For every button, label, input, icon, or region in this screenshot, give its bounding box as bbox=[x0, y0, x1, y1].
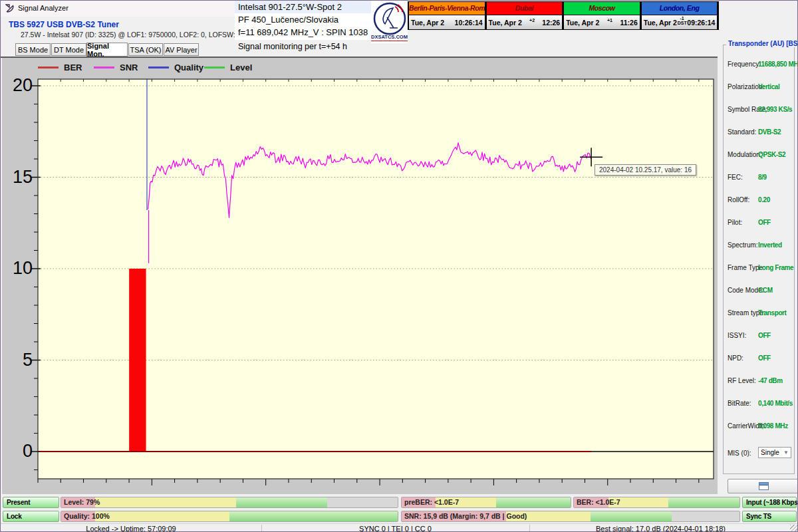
best-signal-status: Best signal: 17,0 dB (2024-04-01 18:18) bbox=[529, 524, 792, 532]
clock-utc-offset: -1DST bbox=[677, 16, 687, 25]
tab-av-player[interactable]: AV Player bbox=[164, 43, 199, 56]
transponder-row-value: Inverted bbox=[758, 241, 782, 249]
meter-segment-green bbox=[668, 497, 739, 507]
transponder-groupbox: Transponder (AU) [BS] Frequency:11688,85… bbox=[723, 45, 795, 474]
lock-badge: Lock bbox=[3, 511, 59, 522]
clock-city: Moscow bbox=[564, 2, 640, 15]
uptime-status: Locked -> Uptime: 57:09:09 bbox=[1, 524, 261, 532]
transponder-row-value: 82,993 KS/s bbox=[758, 106, 792, 113]
transponder-row-value: Vertical bbox=[758, 83, 779, 90]
clock-city: Berlin-Paris-Vienna-Roma bbox=[409, 2, 485, 15]
transponder-row-value: OFF bbox=[758, 219, 771, 226]
clock-date: Tue, Apr 2 bbox=[566, 19, 599, 27]
transponder-row-value: 0,140 Mbit/s bbox=[758, 400, 793, 407]
meter-segment-gray bbox=[672, 511, 739, 521]
clock-city: London, Eng bbox=[642, 2, 718, 15]
mis-value: Single bbox=[761, 449, 779, 456]
meter-label: Quality: 100% bbox=[64, 512, 110, 520]
transponder-row-label: Pilot: bbox=[728, 219, 742, 226]
transponder-row-label: RollOff: bbox=[728, 196, 749, 203]
present-badge: Present bbox=[3, 497, 59, 508]
meter-segment-green bbox=[496, 497, 571, 507]
satellite-name: Intelsat 901-27.5°W-Spot 2 bbox=[235, 1, 371, 13]
meter-label: SNR: 15,9 dB (Margin: 9,7 dB | Good) bbox=[404, 512, 527, 520]
transponder-row-value: -47 dBm bbox=[758, 377, 783, 384]
transponder-row-value: 0.20 bbox=[758, 196, 770, 203]
meter-segment-green bbox=[229, 511, 398, 521]
transponder-row-label: FEC: bbox=[728, 174, 743, 181]
clock-london-eng: London, EngTue, Apr 2-1DST09:26:14 bbox=[640, 1, 718, 30]
clock-utc-offset: +2 bbox=[522, 18, 543, 23]
clock-moscow: MoscowTue, Apr 2+111:26 bbox=[563, 1, 640, 30]
window-title: Signal Analyzer bbox=[18, 4, 68, 12]
meter-segment-green bbox=[236, 497, 327, 507]
meter-segment-yellow bbox=[95, 497, 237, 507]
status-bar: Locked -> Uptime: 57:09:09 SYNC 0 | TEI … bbox=[1, 523, 798, 532]
tab-signal-mon[interactable]: Signal Mon. bbox=[86, 43, 128, 57]
ber-meter: BER: <1.0E-7 bbox=[573, 497, 740, 508]
title-bar: Signal Analyzer bbox=[1, 1, 235, 17]
transponder-row-label: Modulation: bbox=[728, 151, 762, 158]
clock-time-row: Tue, Apr 2-1DST09:26:14 bbox=[642, 15, 718, 29]
preber-meter: preBER: <1.0E-7 bbox=[401, 497, 571, 508]
tab-bs-mode[interactable]: BS Mode bbox=[15, 43, 51, 56]
transponder-row-value: OFF bbox=[758, 354, 771, 362]
satellite-panel: Intelsat 901-27.5°W-Spot 2 PF 450_Lučene… bbox=[235, 1, 371, 40]
clock-utc-offset: +1 bbox=[599, 18, 620, 23]
transponder-row-label: Frequency: bbox=[728, 61, 761, 68]
clock-time-row: Tue, Apr 2+212:26 bbox=[487, 15, 563, 29]
clock-time: 10:26:14 bbox=[455, 19, 483, 27]
meter-segment-yellow bbox=[95, 511, 229, 521]
transponder-row-label: Standard: bbox=[728, 128, 756, 136]
meter-segment-green bbox=[591, 511, 672, 521]
clock-time: 09:26:14 bbox=[687, 19, 715, 27]
tab-dt-mode[interactable]: DT Mode bbox=[51, 43, 86, 56]
tab-tsa[interactable]: TSA (OK) bbox=[128, 43, 163, 56]
meter-label: Level: 79% bbox=[64, 498, 100, 506]
meter-label: preBER: <1.0E-7 bbox=[404, 498, 459, 506]
level-meter: Level: 79% bbox=[61, 497, 398, 508]
clock-date: Tue, Apr 2 bbox=[411, 19, 444, 27]
satellite-dish-icon bbox=[372, 1, 407, 36]
clock-berlin-paris-vienna-roma: Berlin-Paris-Vienna-RomaTue, Apr 210:26:… bbox=[408, 1, 485, 30]
signal-monitoring-plot[interactable] bbox=[2, 58, 718, 494]
clock-city: Dubai bbox=[487, 2, 563, 15]
outage-bar bbox=[129, 269, 146, 452]
sync-ts-badge: Sync TS bbox=[742, 511, 797, 522]
clock-date: Tue, Apr 2 bbox=[489, 19, 522, 27]
transponder-row-label: RF Level: bbox=[728, 377, 756, 384]
transponder-row-value: Transport bbox=[758, 309, 787, 317]
resize-grip[interactable] bbox=[790, 525, 798, 532]
transponder-row-value: 11688,850 MHz bbox=[758, 61, 798, 68]
transponder-title: Transponder (AU) [BS] bbox=[726, 40, 798, 47]
dxsatcs-logo-text: DXSATCS.COM bbox=[371, 34, 408, 41]
meter-segment-gray bbox=[327, 497, 398, 507]
clock-time: 11:26 bbox=[620, 19, 638, 27]
transponder-row-value: Long Frame bbox=[758, 264, 793, 271]
quality-meter: Quality: 100% bbox=[61, 511, 398, 522]
chart-tool-button[interactable] bbox=[728, 479, 798, 493]
clock-date: Tue, Apr 2 bbox=[644, 19, 677, 27]
spectrum-window-icon bbox=[759, 482, 769, 490]
chevron-down-icon: ▼ bbox=[783, 450, 789, 456]
signal-analyzer-window: Signal Analyzer TBS 5927 USB DVB-S2 Tune… bbox=[0, 0, 798, 532]
mis-dropdown[interactable]: Single ▼ bbox=[758, 447, 791, 458]
input-badge: Input (~188 Kbps) bbox=[742, 497, 797, 508]
clock-dubai: DubaiTue, Apr 2+212:26 bbox=[485, 1, 563, 30]
transponder-sidebar: Transponder (AU) [BS] Frequency:11688,85… bbox=[719, 1, 798, 496]
tuner-name: TBS 5927 USB DVB-S2 Tuner bbox=[9, 20, 119, 29]
clock-time: 12:26 bbox=[542, 19, 560, 27]
receive-site: PF 450_Lučenec/Slovakia bbox=[235, 13, 371, 26]
monitoring-label: Signal monitoring per t=+54 h bbox=[238, 42, 347, 51]
tuner-detail: 27.5W - Intelsat 907 (ID: 3325) @ LOF1: … bbox=[21, 31, 241, 39]
clock-time-row: Tue, Apr 2+111:26 bbox=[564, 15, 640, 29]
frequency-line: f=11 689,042 MHz_V : SPIN 1038 bbox=[235, 26, 371, 39]
mis-label: MIS (0): bbox=[728, 450, 751, 457]
transponder-row-label: NPD: bbox=[728, 354, 743, 362]
transponder-row-label: BitRate: bbox=[728, 400, 751, 407]
transponder-row-label: ISSYI: bbox=[728, 332, 746, 339]
transponder-row-value: DVB-S2 bbox=[758, 128, 781, 136]
transponder-row-value: CCM bbox=[758, 287, 773, 294]
transponder-row-value: QPSK-S2 bbox=[758, 151, 785, 158]
chart-panel: BERSNRQualityLevel 05101520 2024-04-02 1… bbox=[2, 58, 718, 494]
